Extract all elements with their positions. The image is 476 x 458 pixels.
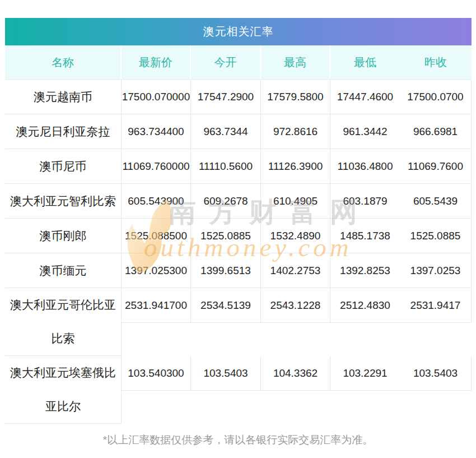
column-header-low: 最低 (330, 45, 400, 80)
cell-latest: 103.540300 (122, 356, 191, 391)
cell-latest: 11069.760000 (122, 149, 191, 184)
cell-high: 1402.2753 (261, 253, 330, 288)
empty-cell (122, 390, 191, 424)
cell-high: 972.8616 (261, 114, 330, 149)
cell-latest: 17500.070000 (122, 80, 191, 114)
cell-open: 1399.6513 (191, 253, 261, 288)
cell-currency-name: 澳币刚郎 (5, 219, 122, 253)
cell-currency-name: 澳大利亚元埃塞俄比 亚比尔 (5, 356, 122, 424)
cell-currency-name: 澳元尼日利亚奈拉 (5, 114, 122, 149)
cell-latest: 2531.941700 (122, 288, 191, 323)
table-row: 澳元尼日利亚奈拉 963.734400 963.7344 972.8616 96… (5, 114, 472, 149)
empty-cell (261, 322, 330, 356)
column-header-prev-close: 昨收 (400, 45, 472, 80)
column-header-latest: 最新价 (122, 45, 191, 80)
empty-cell (400, 390, 472, 424)
column-header-open: 今开 (191, 45, 261, 80)
table-row: 澳大利亚元埃塞俄比 亚比尔 103.540300 103.5403 104.33… (5, 356, 472, 424)
cell-low: 11036.4800 (330, 149, 400, 184)
cell-high: 11126.3900 (261, 149, 330, 184)
empty-cell (191, 390, 261, 424)
cell-latest: 605.543900 (122, 184, 191, 219)
cell-high: 17579.5800 (261, 80, 330, 114)
cell-currency-name: 澳大利亚元智利比索 (5, 184, 122, 219)
empty-cell (191, 322, 261, 356)
table-row: 澳币尼币 11069.760000 11110.5600 11126.3900 … (5, 149, 472, 184)
cell-currency-name: 澳币尼币 (5, 149, 122, 184)
cell-open: 17547.2900 (191, 80, 261, 114)
cell-prev-close: 11069.7600 (400, 149, 472, 184)
table-row: 澳大利亚元哥伦比亚 比索 2531.941700 2534.5139 2543.… (5, 288, 472, 356)
cell-high: 610.4905 (261, 184, 330, 219)
cell-currency-name: 澳币缅元 (5, 253, 122, 288)
currency-name-line: 澳大利亚元埃塞俄比 (10, 356, 116, 390)
table-row: 澳大利亚元智利比索 605.543900 609.2678 610.4905 6… (5, 184, 472, 219)
cell-low: 961.3442 (330, 114, 400, 149)
currency-name-line: 澳大利亚元哥伦比亚 (10, 288, 116, 322)
cell-low: 1392.8253 (330, 253, 400, 288)
cell-high: 104.3362 (261, 356, 330, 391)
cell-prev-close: 1397.0253 (400, 253, 472, 288)
cell-prev-close: 605.5439 (400, 184, 472, 219)
table-row: 澳元越南币 17500.070000 17547.2900 17579.5800… (5, 80, 472, 114)
disclaimer-note: *以上汇率数据仅供参考，请以各银行实际交易汇率为准。 (0, 433, 476, 447)
column-header-high: 最高 (261, 45, 330, 80)
empty-cell (330, 390, 400, 424)
cell-high: 2543.1228 (261, 288, 330, 323)
currency-name-line: 比索 (52, 322, 75, 355)
cell-prev-close: 17500.0700 (400, 80, 472, 114)
empty-cell (261, 390, 330, 424)
table-header-row: 名称 最新价 今开 最高 最低 昨收 (5, 45, 472, 80)
cell-prev-close: 2531.9417 (400, 288, 472, 323)
cell-currency-name: 澳元越南币 (5, 80, 122, 114)
exchange-rate-table: 澳元相关汇率 名称 最新价 今开 最高 最低 昨收 澳元越南币 17500.07… (5, 18, 472, 424)
cell-latest: 963.734400 (122, 114, 191, 149)
cell-prev-close: 103.5403 (400, 356, 472, 391)
cell-low: 17447.4600 (330, 80, 400, 114)
cell-latest: 1525.088500 (122, 219, 191, 253)
table-row: 澳币刚郎 1525.088500 1525.0885 1532.4890 148… (5, 219, 472, 253)
empty-cell (330, 322, 400, 356)
table-title-bar: 澳元相关汇率 (5, 18, 472, 45)
cell-low: 1485.1738 (330, 219, 400, 253)
cell-low: 603.1879 (330, 184, 400, 219)
cell-open: 2534.5139 (191, 288, 261, 323)
cell-open: 11110.5600 (191, 149, 261, 184)
column-header-name: 名称 (5, 45, 122, 80)
cell-open: 963.7344 (191, 114, 261, 149)
empty-cell (122, 322, 191, 356)
cell-high: 1532.4890 (261, 219, 330, 253)
empty-cell (400, 322, 472, 356)
table-row: 澳币缅元 1397.025300 1399.6513 1402.2753 139… (5, 253, 472, 288)
cell-currency-name: 澳大利亚元哥伦比亚 比索 (5, 288, 122, 356)
page-title: 澳元相关汇率 (203, 24, 274, 39)
cell-low: 103.2291 (330, 356, 400, 391)
cell-latest: 1397.025300 (122, 253, 191, 288)
currency-name-line: 亚比尔 (45, 390, 81, 423)
cell-low: 2512.4830 (330, 288, 400, 323)
cell-prev-close: 1525.0885 (400, 219, 472, 253)
cell-open: 103.5403 (191, 356, 261, 391)
cell-prev-close: 966.6981 (400, 114, 472, 149)
cell-open: 1525.0885 (191, 219, 261, 253)
cell-open: 609.2678 (191, 184, 261, 219)
